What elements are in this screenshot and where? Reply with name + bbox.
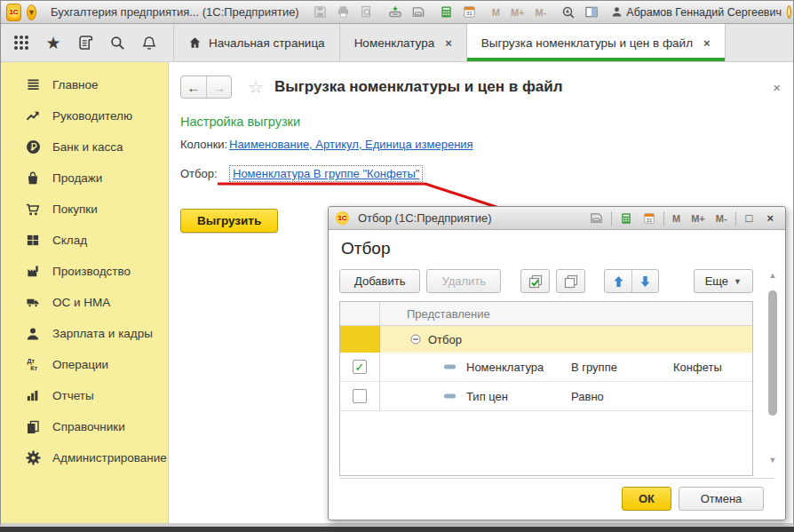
filter-label: Отбор: xyxy=(180,167,229,180)
columns-link[interactable]: Наименование, Артикул, Единица измерения xyxy=(229,138,473,151)
scrollbar-thumb[interactable] xyxy=(768,290,777,416)
ok-button[interactable]: ОК xyxy=(622,487,671,511)
scroll-down-icon[interactable]: ▼ xyxy=(769,456,777,466)
split-view-icon[interactable] xyxy=(583,4,600,20)
back-button[interactable]: ← xyxy=(181,76,206,98)
selection-column-header xyxy=(340,302,380,325)
dialog-footer: ОК Отмена xyxy=(339,478,774,511)
dialog-maximize-button[interactable]: □ xyxy=(742,211,758,225)
all-sections-icon[interactable] xyxy=(10,31,33,54)
tab-close-icon[interactable]: × xyxy=(445,36,452,50)
filter-field: Тип цен xyxy=(466,390,508,403)
info-icon[interactable]: i xyxy=(787,5,791,19)
calendar-icon[interactable]: 31 xyxy=(640,210,658,226)
tab-home[interactable]: Начальная страница xyxy=(174,24,340,61)
filter-group-row[interactable]: Отбор xyxy=(340,326,752,353)
app-menu-dropdown[interactable]: ▼ xyxy=(27,4,36,20)
filter-item-icon xyxy=(444,365,456,369)
collapse-icon[interactable] xyxy=(410,334,421,345)
tab-nomenclature[interactable]: Номенклатура × xyxy=(340,24,467,61)
app-window: 1С ▼ Бухгалтерия предприятия... (1С:Пред… xyxy=(0,0,794,527)
sidebar-item-zarplata-i-kadry[interactable]: Зарплата и кадры xyxy=(1,318,168,349)
favorites-icon[interactable]: ★ xyxy=(42,31,65,54)
sidebar-item-glavnoe[interactable]: Главное xyxy=(1,69,168,100)
memory-m-minus-button[interactable]: M- xyxy=(713,213,730,224)
scrollbar-track[interactable] xyxy=(768,282,777,456)
filter-field: Номенклатура xyxy=(466,361,544,374)
menu-lines-icon xyxy=(25,77,41,92)
add-button[interactable]: Добавить xyxy=(339,269,420,293)
filter-row: Отбор: Номенклатура В группе "Конфеты" xyxy=(180,165,793,182)
memory-m-button[interactable]: M xyxy=(670,213,683,224)
memory-m-button[interactable]: M xyxy=(489,7,503,18)
zoom-icon[interactable] xyxy=(560,4,577,20)
sidebar-item-prodazhi[interactable]: Продажи xyxy=(1,163,168,194)
1c-logo-icon: 1С xyxy=(336,211,349,225)
uncheck-all-button[interactable] xyxy=(556,269,585,293)
filter-condition: Равно xyxy=(571,390,604,403)
calculator-icon[interactable] xyxy=(438,4,456,20)
group-label: Отбор xyxy=(428,333,462,346)
move-down-button[interactable] xyxy=(631,270,658,292)
favorite-star-icon[interactable]: ☆ xyxy=(248,76,264,98)
svg-text:31: 31 xyxy=(466,10,472,16)
sidebar-item-proizvodstvo[interactable]: Производство xyxy=(1,256,168,287)
truck-icon xyxy=(25,295,41,310)
sidebar-item-os-i-nma[interactable]: ОС и НМА xyxy=(1,287,168,318)
sidebar-item-otchety[interactable]: Отчеты xyxy=(1,380,168,411)
representation-column-header: Представление xyxy=(380,302,752,325)
search-icon[interactable] xyxy=(106,31,129,54)
more-button[interactable]: Еще▼ xyxy=(694,269,753,293)
calendar-icon[interactable]: 31 xyxy=(461,4,479,20)
section-title: Настройка выгрузки xyxy=(180,115,793,129)
page-close-icon[interactable]: × xyxy=(773,80,781,95)
delete-button[interactable]: Удалить xyxy=(426,269,501,293)
row-checkbox[interactable]: ✓ xyxy=(353,389,367,403)
sidebar-item-administrirovanie[interactable]: Администрирование xyxy=(1,442,168,473)
1c-logo-icon: 1С xyxy=(7,5,20,19)
sidebar-item-sklad[interactable]: Склад xyxy=(1,225,168,256)
dialog-close-button[interactable]: × xyxy=(762,211,778,225)
history-icon[interactable] xyxy=(74,31,97,54)
print-preview-icon[interactable] xyxy=(358,4,376,20)
export-button[interactable]: Выгрузить xyxy=(180,209,278,233)
scroll-up-icon[interactable]: ▲ xyxy=(769,271,777,282)
sidebar-item-pokupki[interactable]: Покупки xyxy=(1,194,168,225)
memory-m-plus-button[interactable]: M+ xyxy=(508,7,528,18)
user-icon xyxy=(611,6,623,18)
sidebar-item-operacii[interactable]: ДтКтОперации xyxy=(1,349,168,380)
sidebar-item-bank-i-kassa[interactable]: Банк и касса xyxy=(1,131,168,163)
table-empty-area xyxy=(340,411,752,475)
current-user[interactable]: Абрамов Геннадий Сергеевич xyxy=(611,6,782,19)
row-checkbox[interactable]: ✓ xyxy=(353,360,367,374)
filter-link[interactable]: Номенклатура В группе "Конфеты" xyxy=(229,165,423,182)
tab-close-icon[interactable]: × xyxy=(703,36,711,50)
sidebar-item-rukovoditelyu[interactable]: Руководителю xyxy=(1,100,168,131)
filter-row-tip-cen[interactable]: ✓ Тип цен Равно xyxy=(340,382,752,411)
memory-m-minus-button[interactable]: M- xyxy=(532,7,549,18)
tab-export[interactable]: Выгрузка номенклатуры и цен в файл × xyxy=(467,24,726,61)
notifications-bell-icon[interactable] xyxy=(138,31,161,54)
window-title: Бухгалтерия предприятия... (1С:Предприят… xyxy=(47,5,306,19)
app-menu-button[interactable]: 1С xyxy=(6,4,21,21)
titlebar: 1С ▼ Бухгалтерия предприятия... (1С:Пред… xyxy=(1,1,793,24)
print-icon[interactable] xyxy=(335,4,353,20)
calculator-icon[interactable] xyxy=(617,210,635,226)
separator xyxy=(611,211,612,226)
cancel-button[interactable]: Отмена xyxy=(679,487,764,511)
get-link-icon[interactable] xyxy=(386,4,404,20)
print-preview-icon[interactable] xyxy=(588,210,606,226)
filter-value: Конфеты xyxy=(673,361,722,374)
forward-button[interactable]: → xyxy=(206,76,231,98)
move-up-button[interactable] xyxy=(605,270,631,292)
memory-m-plus-button[interactable]: M+ xyxy=(688,213,708,224)
check-all-button[interactable] xyxy=(520,269,550,293)
dialog-toolbar: Добавить Удалить Еще▼ xyxy=(339,269,753,293)
columns-row: Колонки: Наименование, Артикул, Единица … xyxy=(180,138,793,151)
save-icon[interactable] xyxy=(312,4,330,20)
go-to-link-icon[interactable] xyxy=(409,4,427,20)
dialog-scrollbar[interactable]: ▲ ▼ xyxy=(766,271,779,466)
filter-row-nomenclatura[interactable]: ✓ Номенклатура В группе Конфеты xyxy=(340,353,752,382)
sidebar-item-spravochniki[interactable]: Справочники xyxy=(1,411,168,442)
panel-tools: ★ xyxy=(1,24,173,61)
